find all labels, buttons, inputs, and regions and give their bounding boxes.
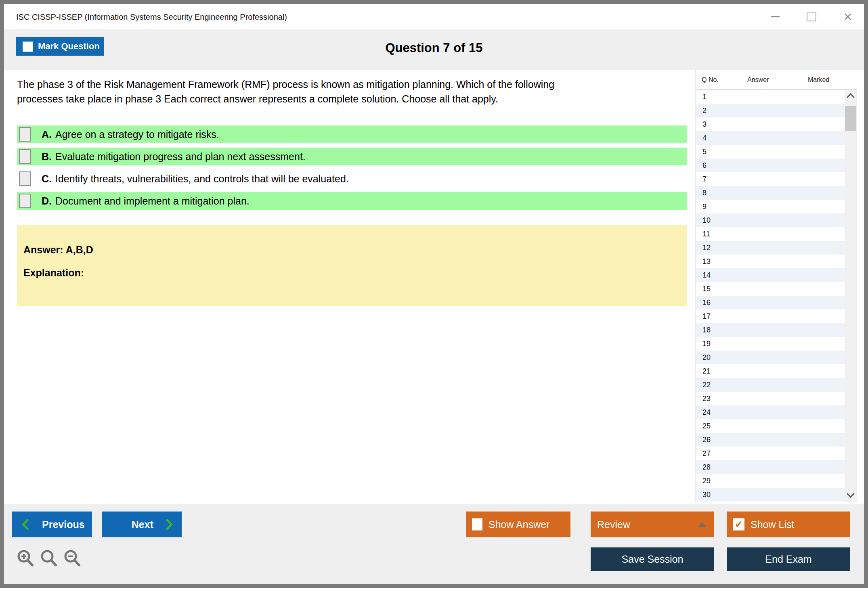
- qlist-number: 8: [702, 189, 707, 197]
- qlist-number: 11: [702, 230, 710, 238]
- qlist-row[interactable]: 19: [696, 337, 845, 351]
- qlist-row[interactable]: 1: [696, 90, 845, 104]
- qlist-row[interactable]: 26: [696, 433, 845, 447]
- qlist-row[interactable]: 8: [696, 186, 845, 200]
- zoom-out-button[interactable]: [63, 549, 82, 569]
- qlist-number: 27: [702, 449, 711, 458]
- footer-bar: Previous Next: [4, 504, 864, 584]
- qlist-row[interactable]: 30: [696, 488, 845, 501]
- window-controls: ×: [766, 4, 857, 29]
- answer-option-row[interactable]: D.Document and implement a mitigation pl…: [17, 192, 687, 210]
- answer-option-row[interactable]: C.Identify threats, vulnerabilities, and…: [17, 170, 687, 188]
- options-list: A.Agree on a strategy to mitigate risks.…: [17, 125, 687, 210]
- scroll-down-button[interactable]: [845, 489, 857, 501]
- scrollbar[interactable]: [845, 90, 857, 502]
- answer-option-row[interactable]: A.Agree on a strategy to mitigate risks.: [17, 125, 687, 143]
- qlist-row[interactable]: 14: [696, 268, 845, 282]
- qlist-row[interactable]: 3: [696, 117, 845, 131]
- qlist-row[interactable]: 5: [696, 145, 845, 159]
- qlist-number: 2: [702, 106, 707, 115]
- qlist-number: 18: [702, 326, 711, 334]
- minimize-button[interactable]: [766, 8, 784, 26]
- qlist-number: 17: [702, 312, 711, 321]
- qlist-row[interactable]: 15: [696, 282, 845, 296]
- option-text: Identify threats, vulnerabilities, and c…: [55, 173, 349, 185]
- qlist-row[interactable]: 25: [696, 419, 845, 433]
- answer-label: Answer: A,B,D: [23, 244, 687, 256]
- end-exam-button[interactable]: End Exam: [727, 547, 850, 571]
- qlist-row[interactable]: 17: [696, 309, 845, 323]
- show-answer-button[interactable]: Show Answer: [466, 512, 570, 537]
- qlist-row[interactable]: 13: [696, 255, 845, 268]
- qlist-number: 21: [702, 367, 711, 376]
- zoom-in-button[interactable]: [16, 549, 36, 569]
- show-answer-checkbox[interactable]: [472, 518, 482, 530]
- explanation-label: Explanation:: [23, 267, 687, 279]
- zoom-toolbar: [16, 549, 82, 569]
- chevron-right-icon: [161, 519, 173, 530]
- option-letter: C.: [42, 173, 52, 185]
- option-checkbox[interactable]: [19, 194, 31, 208]
- qlist-row[interactable]: 29: [696, 474, 845, 488]
- qlist-number: 4: [702, 134, 707, 142]
- scroll-up-button[interactable]: [845, 90, 857, 102]
- checkmark-icon: ✔: [735, 520, 743, 529]
- question-list-header: Q No. Answer Marked: [696, 70, 857, 90]
- qlist-number: 25: [702, 422, 711, 430]
- qlist-row[interactable]: 28: [696, 460, 845, 474]
- qlist-number: 15: [702, 285, 711, 293]
- option-checkbox[interactable]: [19, 171, 31, 186]
- option-checkbox[interactable]: [19, 127, 31, 142]
- qlist-row[interactable]: 24: [696, 405, 845, 419]
- qlist-row[interactable]: 23: [696, 392, 845, 405]
- qlist-number: 20: [702, 353, 711, 362]
- qlist-number: 28: [702, 463, 711, 472]
- qlist-row[interactable]: 27: [696, 447, 845, 460]
- scrollbar-thumb[interactable]: [845, 106, 856, 131]
- qlist-row[interactable]: 20: [696, 351, 845, 364]
- qlist-row[interactable]: 22: [696, 378, 845, 392]
- save-session-button[interactable]: Save Session: [591, 547, 714, 571]
- question-text-line: processes take place in phase 3 Each cor…: [17, 92, 687, 106]
- option-text: Document and implement a mitigation plan…: [55, 195, 249, 207]
- column-header-marked: Marked: [808, 76, 857, 84]
- answer-option-row[interactable]: B.Evaluate mitigation progress and plan …: [17, 148, 687, 165]
- show-answer-label: Show Answer: [489, 519, 549, 530]
- triangle-up-icon: [698, 522, 706, 527]
- next-button[interactable]: Next: [102, 512, 182, 537]
- qlist-row[interactable]: 12: [696, 241, 845, 255]
- close-icon: ×: [843, 10, 852, 24]
- qlist-row[interactable]: 2: [696, 104, 845, 117]
- close-button[interactable]: ×: [839, 8, 857, 26]
- chevron-left-icon: [22, 519, 33, 530]
- qlist-row[interactable]: 4: [696, 131, 845, 145]
- qlist-number: 10: [702, 216, 711, 225]
- qlist-row[interactable]: 18: [696, 323, 845, 337]
- qlist-number: 13: [702, 257, 711, 266]
- qlist-row[interactable]: 10: [696, 213, 845, 227]
- zoom-reset-button[interactable]: [40, 549, 59, 569]
- qlist-number: 3: [702, 120, 707, 129]
- qlist-number: 9: [702, 203, 707, 211]
- qlist-row[interactable]: 16: [696, 296, 845, 309]
- zoom-out-icon: [63, 549, 82, 569]
- show-list-button[interactable]: ✔ Show List: [727, 512, 850, 537]
- maximize-button[interactable]: [803, 8, 820, 26]
- next-label: Next: [132, 519, 153, 530]
- main-content: The phase 3 of the Risk Management Frame…: [4, 70, 864, 504]
- option-text: Evaluate mitigation progress and plan ne…: [55, 151, 306, 163]
- review-button[interactable]: Review: [591, 512, 714, 537]
- qlist-row[interactable]: 11: [696, 227, 845, 241]
- qlist-row[interactable]: 21: [696, 364, 845, 378]
- previous-button[interactable]: Previous: [12, 512, 92, 537]
- question-area: The phase 3 of the Risk Management Frame…: [17, 70, 687, 306]
- option-letter: A.: [42, 129, 52, 140]
- qlist-row[interactable]: 7: [696, 172, 845, 186]
- option-checkbox[interactable]: [19, 149, 31, 164]
- show-list-checkbox[interactable]: ✔: [733, 518, 744, 530]
- qlist-row[interactable]: 9: [696, 200, 845, 213]
- header-bar: Mark Question Question 7 of 15: [4, 30, 864, 70]
- qlist-row[interactable]: 6: [696, 159, 845, 172]
- review-label: Review: [597, 519, 630, 530]
- qlist-number: 19: [702, 340, 711, 348]
